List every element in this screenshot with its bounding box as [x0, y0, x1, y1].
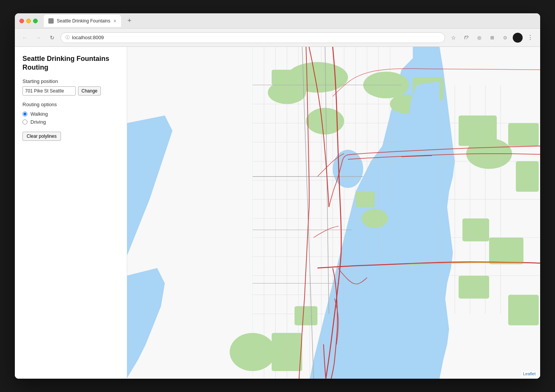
screenshot-icon[interactable]: ⊙: [500, 32, 510, 43]
svg-point-26: [361, 209, 388, 228]
driving-option[interactable]: Driving: [22, 119, 119, 125]
address-display: localhost:8009: [72, 35, 440, 40]
title-bar: Seattle Drinking Fountains × +: [15, 13, 540, 29]
close-window-button[interactable]: [19, 19, 24, 23]
forward-button[interactable]: →: [33, 32, 44, 43]
menu-icon[interactable]: ⋮: [525, 32, 536, 43]
sidebar: Seattle Drinking Fountains Routing Start…: [15, 47, 127, 379]
bookmark-icon[interactable]: ☆: [448, 32, 459, 43]
routing-options-group: Walking Driving: [22, 111, 119, 125]
svg-point-17: [333, 150, 363, 188]
main-content: Seattle Drinking Fountains Routing Start…: [15, 47, 540, 379]
extensions-icon[interactable]: ⊞: [487, 32, 498, 43]
profile-avatar[interactable]: [513, 33, 523, 43]
tab-title: Seattle Drinking Fountains: [57, 18, 110, 24]
svg-point-9: [306, 108, 344, 134]
clear-polylines-button[interactable]: Clear polylines: [22, 132, 61, 141]
svg-rect-30: [508, 295, 539, 325]
svg-point-23: [230, 333, 275, 371]
svg-rect-29: [459, 276, 489, 298]
svg-rect-15: [508, 123, 539, 146]
address-input-wrap[interactable]: ⓘ localhost:8009: [61, 32, 445, 43]
tab-favicon: [48, 18, 54, 24]
driving-radio[interactable]: [22, 120, 27, 124]
tab-close-button[interactable]: ×: [113, 18, 116, 24]
back-button[interactable]: ←: [19, 32, 30, 43]
svg-rect-28: [489, 237, 523, 264]
refresh-button[interactable]: ↻: [47, 32, 57, 43]
svg-marker-4: [493, 47, 540, 379]
svg-rect-16: [516, 161, 539, 192]
map-area[interactable]: Leaflet: [127, 47, 540, 379]
driving-label: Driving: [30, 119, 46, 125]
leaflet-attribution[interactable]: Leaflet: [522, 371, 537, 376]
maximize-window-button[interactable]: [33, 19, 38, 23]
browser-actions: ☆ f? ◎ ⊞ ⊙ ⋮: [448, 32, 536, 43]
traffic-lights: [19, 19, 38, 23]
routing-options-label: Routing options: [22, 102, 119, 107]
security-icon: ⓘ: [65, 35, 70, 40]
change-button[interactable]: Change: [78, 86, 101, 96]
minimize-window-button[interactable]: [26, 19, 31, 23]
svg-rect-24: [295, 306, 317, 325]
starting-position-label: Starting position: [22, 78, 119, 84]
walking-option[interactable]: Walking: [22, 111, 119, 117]
address-bar: ← → ↻ ⓘ localhost:8009 ☆ f? ◎ ⊞ ⊙ ⋮: [15, 29, 540, 47]
starting-position-input[interactable]: [22, 86, 76, 96]
svg-rect-25: [356, 192, 375, 207]
page-title: Seattle Drinking Fountains Routing: [22, 54, 119, 72]
position-row: Change: [22, 86, 119, 96]
walking-radio[interactable]: [22, 112, 27, 116]
svg-rect-27: [462, 218, 489, 241]
walking-label: Walking: [30, 111, 48, 117]
new-tab-button[interactable]: +: [124, 16, 135, 26]
formula-icon[interactable]: f?: [461, 32, 472, 43]
active-tab[interactable]: Seattle Drinking Fountains ×: [44, 15, 121, 27]
svg-rect-7: [272, 70, 295, 85]
chrome-icon[interactable]: ◎: [474, 32, 485, 43]
